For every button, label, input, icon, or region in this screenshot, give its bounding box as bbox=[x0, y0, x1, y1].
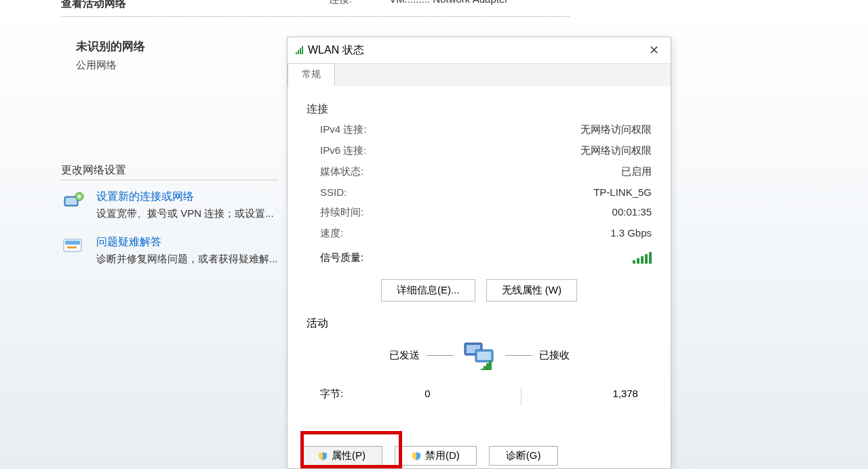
bytes-label: 字节: bbox=[320, 388, 343, 405]
signal-quality-label: 信号质量: bbox=[320, 251, 363, 264]
wlan-signal-icon bbox=[296, 46, 303, 54]
close-button[interactable]: ✕ bbox=[642, 43, 665, 58]
setup-connection-icon bbox=[61, 190, 88, 211]
section-connection: 连接 bbox=[307, 102, 652, 117]
shield-icon bbox=[318, 451, 328, 461]
diagnose-button-label: 诊断(G) bbox=[506, 449, 541, 462]
wlan-status-dialog: WLAN 状态 ✕ 常规 连接 IPv4 连接:无网络访问权限 IPv6 连接:… bbox=[287, 37, 671, 469]
ipv4-label: IPv4 连接: bbox=[320, 123, 366, 136]
svg-rect-8 bbox=[477, 352, 491, 360]
ssid-value: TP-LINK_5G bbox=[593, 186, 652, 198]
network-activity-icon bbox=[460, 340, 498, 370]
setup-connection-desc: 设置宽带、拨号或 VPN 连接；或设置... bbox=[96, 207, 274, 220]
connection-label: 连接: bbox=[329, 0, 352, 6]
ipv6-value: 无网络访问权限 bbox=[580, 144, 652, 157]
duration-label: 持续时间: bbox=[320, 206, 363, 219]
tab-general[interactable]: 常规 bbox=[288, 63, 335, 86]
wireless-properties-button[interactable]: 无线属性 (W) bbox=[486, 279, 577, 302]
properties-button[interactable]: 属性(P) bbox=[301, 446, 382, 466]
speed-label: 速度: bbox=[320, 227, 343, 240]
sent-label: 已发送 bbox=[389, 349, 420, 362]
divider bbox=[61, 16, 570, 17]
shield-icon bbox=[412, 451, 421, 461]
bytes-sent-value: 0 bbox=[425, 388, 430, 405]
activity-line-left bbox=[427, 355, 454, 356]
troubleshoot-link[interactable]: 问题疑难解答 bbox=[96, 235, 278, 249]
bytes-received-value: 1,378 bbox=[612, 388, 638, 405]
received-label: 已接收 bbox=[539, 349, 570, 362]
activity-line-right bbox=[505, 355, 532, 356]
svg-rect-1 bbox=[66, 198, 77, 205]
speed-value: 1.3 Gbps bbox=[610, 227, 652, 240]
media-state-label: 媒体状态: bbox=[320, 165, 363, 178]
signal-bars-icon bbox=[633, 251, 652, 264]
details-button[interactable]: 详细信息(E)... bbox=[381, 279, 475, 302]
ipv4-value: 无网络访问权限 bbox=[580, 123, 652, 136]
troubleshoot-desc: 诊断并修复网络问题，或者获得疑难解... bbox=[96, 253, 278, 266]
setup-connection-link[interactable]: 设置新的连接或网络 bbox=[96, 190, 274, 204]
duration-value: 00:01:35 bbox=[612, 206, 652, 219]
ipv6-label: IPv6 连接: bbox=[320, 144, 366, 157]
tab-strip: 常规 bbox=[288, 63, 671, 86]
diagnose-button[interactable]: 诊断(G) bbox=[489, 446, 558, 466]
svg-rect-4 bbox=[65, 241, 80, 245]
media-state-value: 已启用 bbox=[621, 165, 652, 178]
ssid-label: SSID: bbox=[320, 186, 347, 198]
disable-button[interactable]: 禁用(D) bbox=[395, 446, 477, 466]
dialog-title: WLAN 状态 bbox=[308, 43, 364, 58]
section-change-settings: 更改网络设置 bbox=[61, 163, 278, 180]
troubleshoot-icon bbox=[61, 235, 88, 257]
section-activity: 活动 bbox=[307, 317, 652, 331]
disable-button-label: 禁用(D) bbox=[425, 449, 460, 462]
connection-value: VM......... Notwork Adapter bbox=[389, 0, 508, 6]
bytes-separator bbox=[521, 388, 521, 405]
properties-button-label: 属性(P) bbox=[332, 449, 366, 462]
